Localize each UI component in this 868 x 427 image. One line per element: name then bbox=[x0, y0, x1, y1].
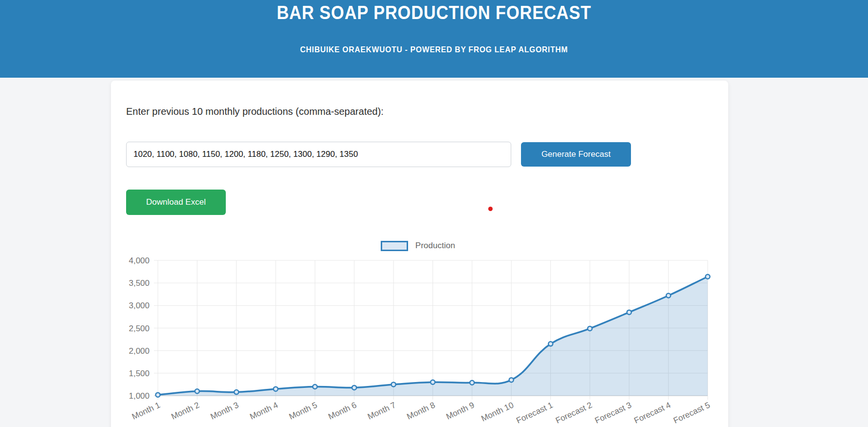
chart-legend[interactable]: Production bbox=[117, 240, 718, 252]
productions-input[interactable] bbox=[126, 142, 511, 167]
x-axis-label: Forecast 4 bbox=[633, 400, 673, 425]
chart-point[interactable] bbox=[274, 387, 278, 391]
chart-point[interactable] bbox=[509, 378, 514, 382]
chart-point[interactable] bbox=[548, 342, 553, 346]
y-axis-label: 1,000 bbox=[129, 391, 150, 401]
y-axis-label: 2,500 bbox=[129, 324, 150, 333]
y-axis-label: 3,500 bbox=[129, 278, 150, 288]
x-axis-label: Month 8 bbox=[405, 400, 436, 421]
chart-point[interactable] bbox=[706, 275, 710, 279]
chart-point[interactable] bbox=[391, 382, 396, 386]
y-axis-label: 2,000 bbox=[129, 346, 150, 356]
y-axis-label: 4,000 bbox=[129, 256, 150, 265]
chart-point[interactable] bbox=[234, 390, 239, 394]
input-label: Enter previous 10 monthly productions (c… bbox=[126, 106, 384, 117]
chart-point[interactable] bbox=[666, 294, 671, 298]
chart-point[interactable] bbox=[627, 310, 631, 315]
x-axis-label: Month 9 bbox=[445, 400, 476, 421]
chart-point[interactable] bbox=[587, 326, 592, 331]
chart-point[interactable] bbox=[470, 381, 474, 385]
red-dot-marker bbox=[488, 207, 493, 211]
x-axis-label: Forecast 2 bbox=[554, 400, 594, 425]
chart-point[interactable] bbox=[352, 385, 356, 390]
x-axis-label: Forecast 5 bbox=[672, 400, 712, 425]
app-header: BAR SOAP PRODUCTION FORECAST CHIBUIKE OR… bbox=[0, 0, 868, 78]
y-axis-label: 1,500 bbox=[129, 369, 150, 378]
x-axis-label: Month 7 bbox=[366, 400, 397, 421]
y-axis-label: 3,000 bbox=[129, 301, 150, 310]
download-excel-button[interactable]: Download Excel bbox=[126, 190, 226, 215]
chart-section: Production 1,0001,5002,0002,5003,0003,50… bbox=[117, 222, 718, 427]
production-chart[interactable]: 1,0001,5002,0002,5003,0003,5004,000Month… bbox=[117, 222, 718, 427]
x-axis-label: Forecast 3 bbox=[593, 400, 633, 425]
chart-point[interactable] bbox=[431, 380, 435, 384]
x-axis-label: Month 5 bbox=[287, 400, 319, 421]
x-axis-label: Forecast 1 bbox=[515, 400, 554, 425]
legend-label: Production bbox=[415, 241, 455, 251]
x-axis-label: Month 4 bbox=[248, 400, 280, 421]
legend-swatch-production bbox=[381, 241, 408, 251]
chart-point[interactable] bbox=[313, 384, 317, 389]
chart-point[interactable] bbox=[156, 393, 160, 397]
generate-forecast-button[interactable]: Generate Forecast bbox=[521, 142, 631, 167]
page-subtitle: CHIBUIKE ORAEKWUOTU - POWERED BY FROG LE… bbox=[35, 45, 833, 55]
x-axis-label: Month 1 bbox=[130, 400, 162, 421]
x-axis-label: Month 10 bbox=[480, 400, 515, 423]
x-axis-label: Month 6 bbox=[327, 400, 358, 421]
content-card: Enter previous 10 monthly productions (c… bbox=[111, 81, 728, 427]
x-axis-label: Month 3 bbox=[209, 400, 240, 421]
page-title: BAR SOAP PRODUCTION FORECAST bbox=[52, 2, 816, 23]
chart-point[interactable] bbox=[195, 389, 199, 393]
x-axis-label: Month 2 bbox=[170, 400, 201, 421]
